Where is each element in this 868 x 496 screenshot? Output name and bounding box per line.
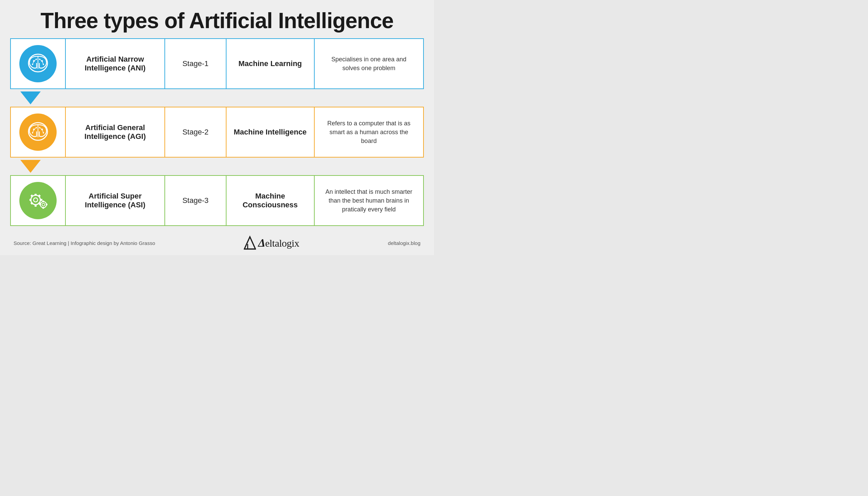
asi-type: Machine Consciousness: [232, 192, 309, 210]
table-area: Artificial Narrow Intelligence (ANI) Sta…: [0, 38, 434, 226]
gears-icon: [19, 182, 57, 219]
brain-orange-icon: [19, 113, 57, 151]
ani-row: Artificial Narrow Intelligence (ANI) Sta…: [10, 38, 424, 89]
svg-rect-33: [38, 195, 41, 197]
agi-desc-cell: Refers to a computer that is as smart as…: [314, 107, 423, 157]
ani-stage-cell: Stage-1: [164, 39, 226, 89]
asi-stage: Stage-3: [182, 196, 209, 205]
svg-point-35: [42, 203, 45, 206]
footer-url: deltalogix.blog: [388, 240, 420, 246]
logo-suffix: eltalogix: [265, 237, 299, 249]
ani-icon-cell: [11, 39, 65, 89]
agi-row: Artificial General Intelligence (AGI) St…: [10, 107, 424, 157]
header: Three types of Artificial Intelligence: [0, 0, 434, 38]
asi-name: Artificial Super Intelligence (ASI): [73, 192, 158, 210]
svg-line-8: [34, 59, 36, 61]
logo-d: Δ: [258, 236, 265, 249]
arrow-orange-down: [20, 160, 41, 173]
brain-orange-svg: [25, 119, 51, 146]
svg-line-9: [40, 59, 42, 61]
agi-stage-cell: Stage-2: [164, 107, 226, 157]
ani-name-cell: Artificial Narrow Intelligence (ANI): [65, 39, 164, 89]
asi-name-cell: Artificial Super Intelligence (ASI): [65, 176, 164, 225]
svg-rect-30: [31, 195, 33, 197]
agi-type-cell: Machine Intelligence: [226, 107, 314, 157]
agi-description: Refers to a computer that is as smart as…: [322, 119, 416, 145]
brain-svg: [25, 50, 51, 77]
agi-icon-cell: [11, 107, 65, 157]
agi-stage: Stage-2: [182, 128, 209, 137]
page: Three types of Artificial Intelligence: [0, 0, 434, 255]
logo-delta-icon: [244, 235, 256, 250]
page-title: Three types of Artificial Intelligence: [14, 10, 420, 32]
arrow-blue-area: [10, 89, 424, 107]
svg-point-34: [40, 202, 46, 208]
svg-point-25: [33, 198, 38, 202]
svg-rect-39: [46, 204, 47, 205]
agi-type: Machine Intelligence: [234, 128, 306, 137]
asi-icon-cell: [11, 176, 65, 225]
svg-marker-40: [244, 237, 256, 249]
asi-stage-cell: Stage-3: [164, 176, 226, 225]
agi-name: Artificial General Intelligence (AGI): [73, 123, 158, 141]
svg-rect-28: [30, 199, 31, 201]
brain-circuit-icon: [19, 45, 57, 82]
ani-type: Machine Learning: [238, 59, 302, 68]
ani-stage: Stage-1: [182, 59, 209, 68]
svg-line-20: [34, 128, 36, 129]
svg-line-21: [40, 128, 42, 129]
asi-desc-cell: An intellect that is much smarter than t…: [314, 176, 423, 225]
ani-type-cell: Machine Learning: [226, 39, 314, 89]
svg-rect-36: [42, 201, 44, 202]
ani-name: Artificial Narrow Intelligence (ANI): [73, 55, 158, 73]
ani-desc-cell: Specialises in one area and solves one p…: [314, 39, 423, 89]
svg-rect-37: [42, 207, 44, 209]
footer-source: Source: Great Learning | Infographic des…: [14, 240, 155, 246]
footer-logo: Δeltalogix: [244, 235, 299, 250]
gears-svg: [25, 187, 51, 214]
asi-type-cell: Machine Consciousness: [226, 176, 314, 225]
footer: Source: Great Learning | Infographic des…: [0, 229, 434, 255]
svg-rect-38: [39, 204, 41, 205]
asi-row: Artificial Super Intelligence (ASI) Stag…: [10, 175, 424, 226]
arrow-orange-area: [10, 157, 424, 175]
agi-name-cell: Artificial General Intelligence (AGI): [65, 107, 164, 157]
svg-rect-27: [34, 205, 36, 207]
asi-description: An intellect that is much smarter than t…: [322, 187, 416, 214]
logo-text: Δeltalogix: [258, 236, 299, 249]
svg-rect-29: [40, 199, 42, 201]
ani-description: Specialises in one area and solves one p…: [322, 55, 416, 73]
svg-rect-26: [34, 194, 36, 196]
arrow-blue-down: [20, 92, 41, 104]
